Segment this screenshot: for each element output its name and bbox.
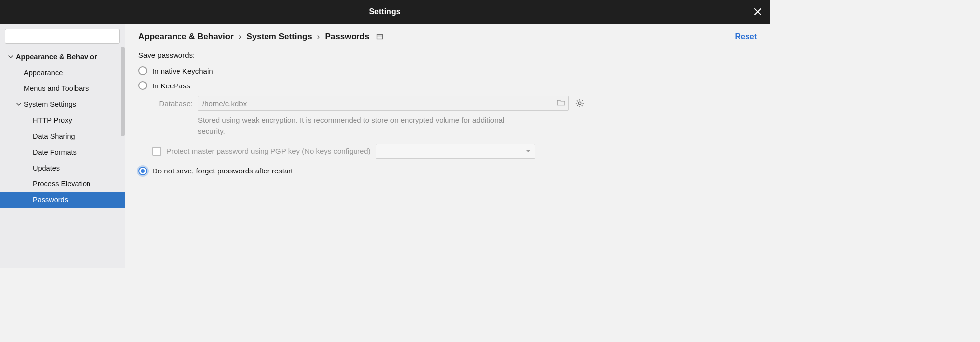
svg-line-10 <box>577 105 578 106</box>
tree-label: Data Sharing <box>33 132 75 140</box>
svg-point-3 <box>578 102 581 104</box>
pgp-label: Protect master password using PGP key (N… <box>166 147 371 155</box>
tree-label: Menus and Toolbars <box>24 85 89 92</box>
tree-label: Passwords <box>33 196 68 204</box>
tree-label: Appearance <box>24 69 63 77</box>
folder-icon[interactable] <box>557 99 566 108</box>
chevron-down-icon <box>15 102 23 107</box>
tree-item-data-sharing[interactable]: Data Sharing <box>0 128 125 144</box>
window-title: Settings <box>369 7 400 16</box>
main-panel: Appearance & Behavior › System Settings … <box>125 24 770 268</box>
svg-rect-1 <box>377 35 383 39</box>
radio-label: Do not save, forget passwords after rest… <box>152 167 293 175</box>
tree-item-date-formats[interactable]: Date Formats <box>0 144 125 160</box>
radio-do-not-save[interactable]: Do not save, forget passwords after rest… <box>138 167 757 175</box>
scrollbar[interactable] <box>121 47 125 136</box>
panel-icon <box>376 33 383 40</box>
database-label: Database: <box>152 99 193 108</box>
keepass-block: Database: Stored using weak encryption. … <box>152 96 757 159</box>
chevron-right-icon: › <box>239 32 242 42</box>
database-hint: Stored using weak encryption. It is reco… <box>198 115 516 137</box>
svg-line-11 <box>582 100 583 101</box>
radio-keepass[interactable]: In KeePass <box>138 81 757 90</box>
tree-item-updates[interactable]: Updates <box>0 160 125 176</box>
sidebar: Appearance & Behavior Appearance Menus a… <box>0 24 125 268</box>
radio-label: In KeePass <box>152 82 190 90</box>
tree-label: Date Formats <box>33 148 77 156</box>
breadcrumb-segment[interactable]: System Settings <box>246 32 312 42</box>
close-icon[interactable] <box>752 6 764 18</box>
pgp-checkbox <box>152 147 161 156</box>
tree-item-http-proxy[interactable]: HTTP Proxy <box>0 112 125 128</box>
radio-label: In native Keychain <box>152 67 213 75</box>
radio-icon <box>138 167 147 175</box>
breadcrumb-segment[interactable]: Passwords <box>325 32 369 42</box>
pgp-key-dropdown <box>376 144 535 159</box>
chevron-down-icon <box>526 149 531 154</box>
tree-item-appearance-behavior[interactable]: Appearance & Behavior <box>0 49 125 65</box>
breadcrumb: Appearance & Behavior › System Settings … <box>138 32 383 42</box>
radio-native-keychain[interactable]: In native Keychain <box>138 66 757 75</box>
save-passwords-heading: Save passwords: <box>138 51 757 59</box>
radio-icon <box>138 66 147 75</box>
titlebar: Settings <box>0 0 770 24</box>
tree-label: Process Elevation <box>33 180 90 188</box>
tree-label: System Settings <box>24 100 76 108</box>
breadcrumb-segment[interactable]: Appearance & Behavior <box>138 32 234 42</box>
tree-item-process-elevation[interactable]: Process Elevation <box>0 176 125 192</box>
tree-label: Appearance & Behavior <box>16 53 97 61</box>
database-field <box>198 96 569 111</box>
tree-label: Updates <box>33 164 60 172</box>
svg-line-8 <box>577 100 578 101</box>
tree-item-appearance[interactable]: Appearance <box>0 65 125 81</box>
gear-icon[interactable] <box>574 97 586 109</box>
tree-item-system-settings[interactable]: System Settings <box>0 96 125 112</box>
tree-label: HTTP Proxy <box>33 116 72 124</box>
radio-icon <box>138 81 147 90</box>
search-input[interactable] <box>5 29 120 44</box>
tree-item-menus-toolbars[interactable]: Menus and Toolbars <box>0 81 125 96</box>
settings-tree: Appearance & Behavior Appearance Menus a… <box>0 47 125 268</box>
chevron-down-icon <box>7 54 15 59</box>
tree-item-passwords[interactable]: Passwords <box>0 192 125 208</box>
reset-button[interactable]: Reset <box>735 32 757 41</box>
svg-line-9 <box>582 105 583 106</box>
chevron-right-icon: › <box>317 32 320 42</box>
